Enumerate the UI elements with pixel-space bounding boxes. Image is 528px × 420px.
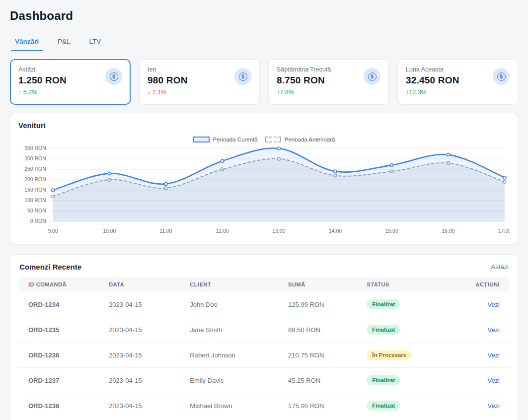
table-row: ORD-1236 2023-04-15 Robert Johnson 210.7… (18, 343, 510, 368)
stat-card-luna-aceasta[interactable]: Luna Aceasta 32.450 RON ↑12.3% $ (397, 59, 518, 105)
col-status: Status (360, 277, 463, 292)
legend-item-current: Perioada Curentă (193, 137, 258, 142)
recent-orders-panel: Comenzi Recente Astăzi ID Comandă Data C… (10, 254, 518, 420)
order-status-cell: Finalizat (360, 368, 463, 393)
tab-ltv[interactable]: LTV (88, 35, 102, 51)
svg-text:9:00: 9:00 (48, 228, 58, 234)
svg-text:350 RON: 350 RON (24, 145, 46, 151)
view-order-link[interactable]: Vezi (487, 402, 500, 410)
svg-text:17:00: 17:00 (498, 228, 510, 234)
chart-legend: Perioada Curentă Perioada Anterioară (18, 137, 510, 142)
svg-text:14:00: 14:00 (329, 228, 342, 234)
svg-text:11:00: 11:00 (159, 228, 172, 234)
table-row: ORD-1234 2023-04-15 John Doe 125.99 RON … (18, 292, 510, 317)
stat-delta: ↓ 2.1% (148, 89, 188, 96)
view-order-link[interactable]: Vezi (487, 326, 500, 334)
order-amount-cell: 125.99 RON (281, 292, 360, 317)
status-badge: Finalizat (367, 375, 400, 385)
svg-text:15:00: 15:00 (385, 228, 398, 234)
stat-card-body: Ieri 980 RON ↓ 2.1% (148, 66, 188, 96)
status-badge: În Procesare (367, 350, 412, 360)
order-id-cell: ORD-1238 (18, 393, 102, 419)
order-id-cell: ORD-1235 (18, 317, 102, 343)
stat-label: Săptămâna Trecută (277, 66, 331, 73)
svg-text:250 RON: 250 RON (24, 166, 46, 172)
stat-delta: ↑7.8% (277, 89, 331, 96)
tab-vanzari[interactable]: Vânzări (14, 35, 40, 51)
legend-label: Perioada Anterioară (285, 137, 335, 142)
dollar-circle-icon: $ (493, 68, 510, 85)
order-date-cell: 2023-04-15 (102, 292, 183, 317)
col-order-id: ID Comandă (18, 277, 102, 292)
svg-text:300 RON: 300 RON (24, 156, 46, 161)
stat-card-body: Săptămâna Trecută 8.750 RON ↑7.8% (277, 66, 331, 96)
legend-swatch-solid (193, 137, 210, 142)
order-date-cell: 2023-04-15 (102, 343, 183, 368)
order-action-cell: Vezi (463, 393, 510, 419)
table-header-row: ID Comandă Data Client Sumă Status Acțiu… (18, 277, 510, 292)
stat-card-body: Luna Aceasta 32.450 RON ↑12.3% (406, 66, 459, 96)
stat-card-astazi[interactable]: Astăzi 1.250 RON ↑ 5.2% $ (10, 59, 131, 105)
order-date-cell: 2023-04-15 (102, 393, 183, 419)
revenue-chart-panel: Venituri Perioada Curentă Perioada Anter… (10, 113, 518, 244)
order-status-cell: Finalizat (360, 292, 463, 317)
view-order-link[interactable]: Vezi (487, 377, 500, 384)
order-status-cell: Finalizat (360, 393, 463, 419)
stat-card-body: Astăzi 1.250 RON ↑ 5.2% (18, 66, 67, 96)
order-date-cell: 2023-04-15 (102, 317, 183, 343)
table-row: ORD-1235 2023-04-15 Jane Smith 89.50 RON… (18, 317, 510, 343)
order-client-cell: Robert Johnson (183, 343, 281, 368)
order-client-cell: Michael Brown (183, 393, 281, 419)
col-client: Client (183, 277, 281, 292)
stat-label: Luna Aceasta (406, 66, 459, 73)
order-status-cell: În Procesare (360, 343, 463, 368)
orders-table: ID Comandă Data Client Sumă Status Acțiu… (18, 277, 510, 418)
stat-label: Ieri (148, 66, 188, 73)
order-amount-cell: 45.25 RON (281, 368, 360, 393)
legend-swatch-dashed (265, 137, 281, 142)
order-date-cell: 2023-04-15 (102, 368, 183, 393)
revenue-chart: 0 RON50 RON100 RON150 RON200 RON250 RON3… (18, 143, 510, 241)
stat-cards-row: Astăzi 1.250 RON ↑ 5.2% $ Ieri 980 RON ↓… (10, 59, 518, 105)
legend-item-previous: Perioada Anterioară (265, 137, 335, 142)
stat-delta: ↑12.3% (406, 89, 459, 96)
status-badge: Finalizat (367, 401, 400, 411)
order-action-cell: Vezi (463, 343, 510, 368)
orders-period-label: Astăzi (491, 263, 509, 271)
legend-label: Perioada Curentă (213, 137, 258, 142)
col-date: Data (102, 277, 183, 292)
dollar-circle-icon: $ (234, 68, 251, 85)
order-status-cell: Finalizat (360, 317, 463, 343)
order-amount-cell: 89.50 RON (281, 317, 360, 343)
order-client-cell: Jane Smith (183, 317, 281, 343)
order-client-cell: John Doe (183, 292, 281, 317)
svg-text:0 RON: 0 RON (30, 218, 46, 224)
orders-title: Comenzi Recente (19, 263, 81, 271)
view-order-link[interactable]: Vezi (487, 351, 500, 359)
order-client-cell: Emily Davis (183, 368, 281, 393)
dashboard-page: Dashboard Vânzări P&L LTV Astăzi 1.250 R… (0, 0, 528, 420)
svg-text:10:00: 10:00 (103, 228, 116, 234)
status-badge: Finalizat (367, 299, 400, 309)
order-action-cell: Vezi (463, 292, 510, 317)
svg-text:150 RON: 150 RON (24, 187, 46, 193)
order-amount-cell: 210.75 RON (281, 343, 360, 368)
order-action-cell: Vezi (463, 317, 510, 343)
stat-value: 8.750 RON (277, 75, 331, 86)
order-id-cell: ORD-1234 (18, 292, 102, 317)
svg-text:13:00: 13:00 (272, 228, 285, 234)
orders-tbody: ORD-1234 2023-04-15 John Doe 125.99 RON … (18, 292, 510, 418)
tab-pl[interactable]: P&L (57, 35, 72, 51)
view-order-link[interactable]: Vezi (487, 301, 500, 308)
revenue-chart-svg: 0 RON50 RON100 RON150 RON200 RON250 RON3… (18, 143, 510, 241)
svg-text:16:00: 16:00 (442, 228, 454, 234)
stat-card-ieri[interactable]: Ieri 980 RON ↓ 2.1% $ (139, 59, 260, 105)
dollar-circle-icon: $ (105, 68, 122, 85)
order-id-cell: ORD-1237 (18, 368, 102, 393)
svg-text:12:00: 12:00 (216, 228, 229, 234)
stat-card-saptamana-trecuta[interactable]: Săptămâna Trecută 8.750 RON ↑7.8% $ (268, 59, 389, 105)
dollar-circle-icon: $ (364, 68, 380, 85)
stat-delta: ↑ 5.2% (18, 89, 67, 96)
chart-title: Venituri (18, 121, 46, 130)
page-title: Dashboard (10, 9, 518, 23)
